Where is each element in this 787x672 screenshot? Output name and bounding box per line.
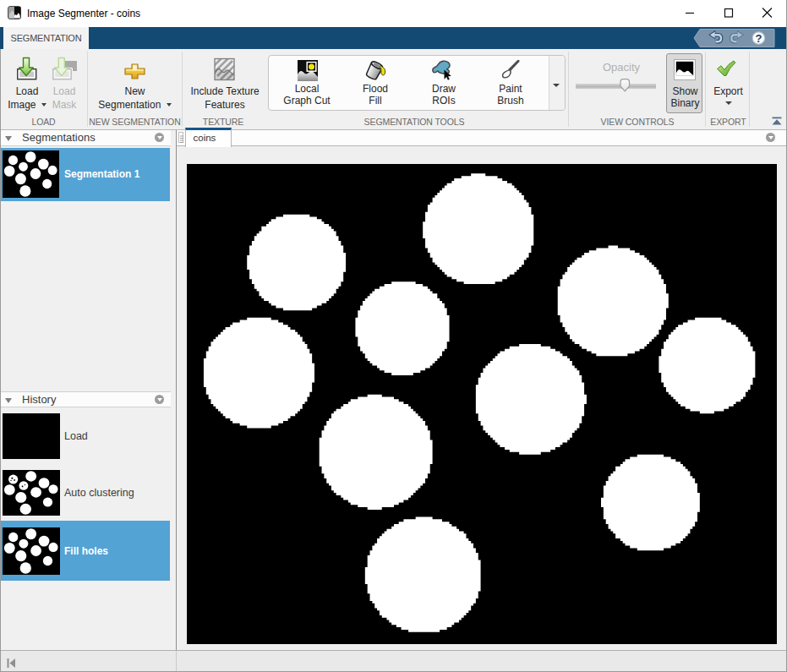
svg-text:?: ? xyxy=(755,32,762,45)
